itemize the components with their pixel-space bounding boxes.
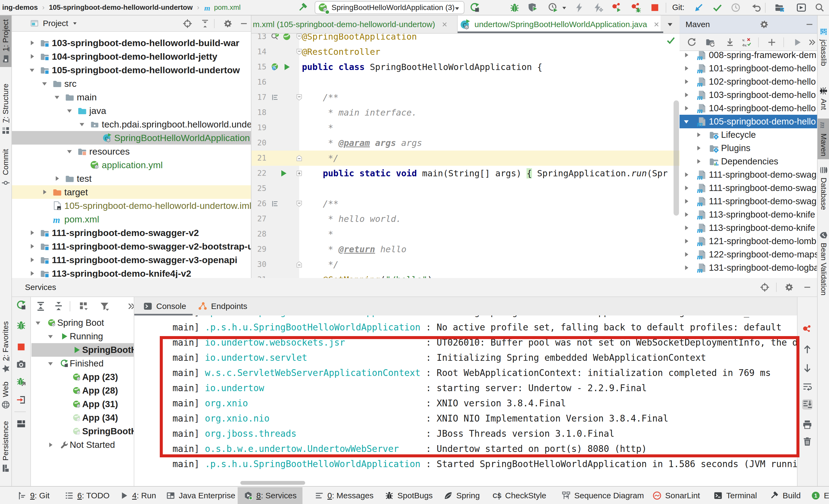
service-row[interactable]: Running (32, 330, 134, 343)
status-item-8-services[interactable]: 8: Services (238, 487, 302, 504)
javadoc-list-gutter-icon[interactable] (271, 200, 279, 208)
chevron-down-icon[interactable] (683, 118, 690, 125)
inspections-ok-icon[interactable] (666, 36, 676, 45)
profiler-icon[interactable] (802, 325, 813, 335)
rerun-icon[interactable] (16, 300, 26, 310)
maven-tree-row[interactable]: 131-springboot-demo-logba (680, 261, 817, 275)
stripe-tab-web[interactable]: Web (0, 379, 11, 412)
profiler-debug-icon[interactable] (631, 2, 641, 13)
project-tree-row[interactable]: 111-springboot-demo-swagger-v2 (12, 226, 251, 240)
play-green-gutter-icon[interactable] (282, 63, 291, 71)
chevron-down-icon[interactable] (41, 80, 48, 87)
service-row[interactable]: App (31) (32, 397, 134, 411)
status-item-terminal[interactable]: Terminal (714, 487, 757, 504)
chevron-down-icon[interactable] (34, 319, 41, 326)
editor-scrollbar[interactable] (674, 100, 679, 216)
service-row[interactable]: SpringBootH (32, 425, 134, 438)
project-tree-row[interactable]: test (12, 172, 251, 185)
service-row[interactable]: Spring Boot (32, 316, 134, 330)
project-tree-row[interactable]: tech.pdai.springboot.helloworld.undert (12, 117, 251, 131)
chevron-down-icon[interactable] (29, 67, 36, 73)
maven-tree-row[interactable]: 111-springboot-demo-swag (680, 168, 817, 181)
status-item-sonarlint[interactable]: SonarLint (652, 487, 700, 504)
chevron-right-icon[interactable] (683, 211, 690, 218)
project-tree-row[interactable]: main (12, 90, 251, 104)
search-icon[interactable] (814, 2, 825, 13)
plus-icon[interactable] (767, 37, 777, 47)
close-icon[interactable] (440, 20, 449, 29)
chevron-right-icon[interactable] (683, 224, 690, 231)
chevron-down-icon[interactable] (47, 360, 54, 367)
maven-tree-row[interactable]: 101-springboot-demo-hello (680, 62, 817, 75)
collapse-all-icon[interactable] (53, 301, 64, 312)
console-logger[interactable]: .p.s.h.u.SpringBootHelloWorldApplication (205, 322, 421, 332)
profile-icon[interactable] (548, 2, 558, 13)
project-tree-row[interactable]: 105-springboot-demo-helloworld-undertow (12, 63, 251, 77)
play-gray-icon[interactable] (792, 37, 802, 47)
chevron-down-icon[interactable] (47, 333, 54, 340)
status-item-spring[interactable]: Spring (443, 487, 480, 504)
maven-tree-row[interactable]: 111-springboot-demo-swag (680, 181, 817, 195)
locate-icon[interactable] (183, 19, 192, 28)
camera-icon[interactable] (16, 359, 26, 369)
lightning-icon[interactable] (574, 2, 584, 13)
project-tree-row[interactable]: SpringBootHelloWorldApplication (12, 131, 251, 145)
tab-console[interactable]: Console (143, 297, 186, 316)
stripe-tab-commit[interactable]: Commit (0, 146, 11, 190)
sb-gutter-gutter-icon[interactable] (271, 63, 279, 71)
minimize-icon[interactable] (803, 283, 812, 292)
chevron-right-icon[interactable] (683, 184, 690, 191)
gear-icon[interactable] (785, 283, 794, 292)
maven-tree-row[interactable]: Dependencies (680, 155, 817, 168)
expand-all-icon[interactable] (36, 301, 46, 312)
maven-tree-row[interactable]: 122-springboot-demo-maps (680, 248, 817, 261)
editor-tab-application-java[interactable]: undertow/SpringBootHelloWorldApplication… (458, 15, 660, 33)
service-row[interactable]: App (28) (32, 384, 134, 397)
maven-tree-row[interactable]: Plugins (680, 141, 817, 155)
editor-body[interactable]: 1314151617181920212225262728293031 @Spri… (251, 34, 680, 278)
stripe-tab-1-project[interactable]: 1: Project (0, 15, 11, 67)
console-logger[interactable]: .p.s.h.u.SpringBootHelloWorldApplication (205, 316, 421, 317)
download-icon[interactable] (725, 37, 735, 47)
chevron-right-icon[interactable] (29, 53, 36, 60)
chevron-right-icon[interactable] (695, 158, 702, 165)
arrow-down-icon[interactable] (802, 363, 813, 373)
status-item-sequence-diagram[interactable]: Sequence Diagram (562, 487, 644, 504)
maven-tree-row[interactable]: 103-springboot-demo-hello (680, 88, 817, 102)
soft-wrap-icon[interactable] (802, 382, 813, 392)
status-item-checkstyle[interactable]: CheckStyle (492, 487, 546, 504)
dashboard-icon[interactable] (16, 419, 26, 429)
chevrons-icon[interactable] (807, 37, 817, 47)
magnifier-leaf-gutter-icon[interactable] (271, 34, 279, 41)
tab-list-dropdown-icon[interactable] (666, 20, 674, 29)
maven-tree-row[interactable]: 105-springboot-demo-hello (680, 115, 817, 128)
maven-tree-row[interactable]: 121-springboot-demo-lomb (680, 235, 817, 248)
gear-icon[interactable] (223, 19, 232, 28)
coverage-icon[interactable] (528, 2, 538, 13)
minimize-icon[interactable] (239, 19, 249, 28)
chevron-down-icon[interactable] (66, 148, 73, 155)
hammer-icon[interactable] (298, 2, 308, 13)
stripe-tab-2-favorites[interactable]: 2: Favorites (0, 314, 11, 380)
chevron-right-icon[interactable] (683, 51, 690, 59)
status-item-0-messages[interactable]: 0: Messages (315, 487, 373, 504)
remote-folders-icon[interactable] (774, 2, 785, 13)
chevron-right-icon[interactable] (683, 251, 690, 258)
status-item-spotbugs[interactable]: SpotBugs (385, 487, 433, 504)
clear-icon[interactable] (802, 436, 813, 447)
maven-tree-row[interactable]: 104-springboot-demo-hello (680, 102, 817, 115)
debug-attach-icon[interactable] (16, 377, 26, 387)
git-commit-icon[interactable] (712, 2, 722, 13)
debug-icon[interactable] (509, 2, 520, 13)
maven-tree-row[interactable]: Lifecycle (680, 128, 817, 142)
chevron-right-icon[interactable] (683, 198, 690, 205)
git-update-icon[interactable] (694, 2, 704, 13)
collapse-all-icon[interactable] (201, 19, 210, 28)
stop-icon[interactable] (16, 342, 26, 352)
chevron-right-icon[interactable] (29, 39, 36, 46)
project-tree-row[interactable]: 111-springboot-demo-swagger-v2-bootstrap… (12, 240, 251, 253)
history-icon[interactable] (730, 2, 741, 13)
close-icon[interactable] (652, 20, 660, 29)
stripe-tab-jclasslib[interactable]: jclasslib (818, 20, 829, 73)
javadoc-list-gutter-icon[interactable] (271, 93, 279, 102)
